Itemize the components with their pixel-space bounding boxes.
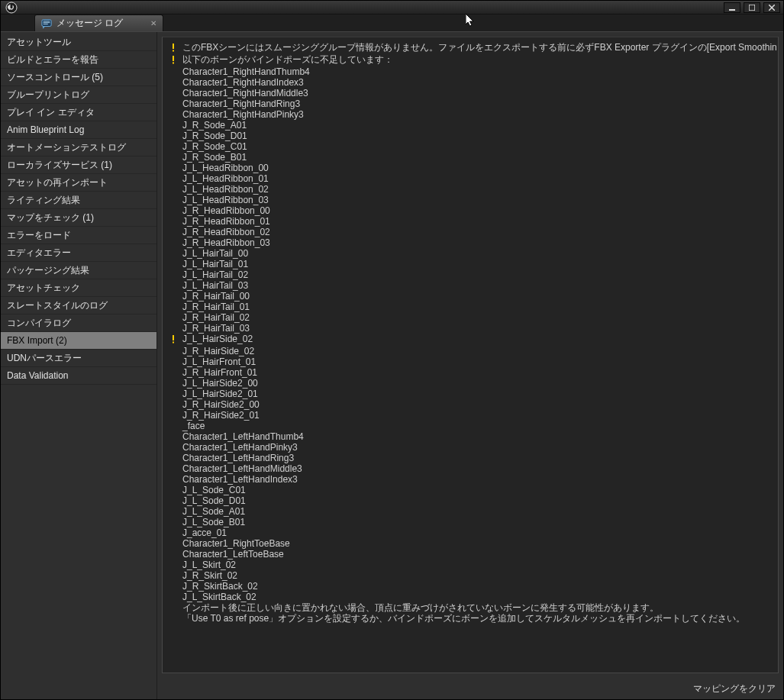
log-text: Character1_RightHandMiddle3 [182,88,308,98]
log-row[interactable]: J_L_Sode_C01 [169,485,776,495]
log-row[interactable]: J_L_HairTail_02 [169,269,776,280]
log-row[interactable]: このFBXシーンにはスムージンググループ情報がありません。ファイルをエクスポート… [169,42,776,54]
sidebar-item[interactable]: ローカライズサービス (1) [1,156,156,174]
sidebar-item[interactable]: ブループリントログ [1,86,156,104]
sidebar-item[interactable]: マップをチェック (1) [1,209,156,227]
log-row[interactable]: J_R_HairSide_02 [169,346,776,356]
sidebar-item[interactable]: スレートスタイルのログ [1,297,156,315]
log-text: 「Use T0 as ref pose」オプションを設定するか、バインドポーズに… [182,613,745,624]
log-row[interactable]: Character1_LeftHandThumb4 [169,431,776,442]
log-row[interactable]: J_L_HairTail_00 [169,248,776,259]
sidebar-item[interactable]: アセットツール [1,34,156,51]
log-row[interactable]: J_L_Sode_A01 [169,506,776,517]
log-row[interactable]: J_L_Skirt_02 [169,560,776,570]
log-row[interactable]: J_L_HeadRibbon_01 [169,173,776,184]
close-button[interactable] [763,2,780,13]
log-text: J_L_SkirtBack_02 [182,592,256,602]
log-row[interactable]: J_L_HairSide2_00 [169,378,776,389]
log-row[interactable]: Character1_RightHandPinky3 [169,109,776,120]
sidebar-item[interactable]: UDNパースエラー [1,350,156,367]
maximize-button[interactable] [744,2,760,13]
sidebar-item[interactable]: エディタエラー [1,244,156,262]
log-row[interactable]: J_R_HairSide2_01 [169,410,776,421]
clear-mapping-link[interactable]: マッピングをクリア [693,682,776,695]
log-row[interactable]: J_R_HairTail_03 [169,323,776,334]
log-text: J_R_Sode_C01 [182,141,247,152]
log-row[interactable]: J_R_Sode_A01 [169,120,776,131]
log-row[interactable]: Character1_RightHandIndex3 [169,77,776,88]
log-row[interactable]: _face [169,421,776,431]
log-row[interactable]: J_R_HairFront_01 [169,367,776,378]
log-row[interactable]: インポート後に正しい向きに置かれない場合、頂点に重みづけがされていないボーンに発… [169,602,776,613]
sidebar-item-label: アセットツール [7,37,71,47]
sidebar-item[interactable]: オートメーションテストログ [1,139,156,156]
log-row[interactable]: J_L_HairTail_01 [169,259,776,269]
log-row[interactable]: J_acce_01 [169,527,776,538]
log-row[interactable]: Character1_RightToeBase [169,538,776,549]
log-row[interactable]: J_L_HairTail_03 [169,280,776,291]
log-row[interactable]: J_R_Sode_D01 [169,131,776,141]
category-sidebar[interactable]: アセットツールビルドとエラーを報告ソースコントロール (5)ブループリントログプ… [1,32,157,699]
sidebar-item[interactable]: パッケージング結果 [1,262,156,279]
log-row[interactable]: Character1_RightHandMiddle3 [169,88,776,98]
tab-close-icon[interactable]: ✕ [150,19,156,27]
warning-icon [169,55,178,64]
message-log-icon [41,18,52,29]
sidebar-item[interactable]: アセットチェック [1,279,156,297]
sidebar-item[interactable]: ビルドとエラーを報告 [1,51,156,69]
sidebar-item[interactable]: エラーをロード [1,227,156,244]
sidebar-item-label: オートメーションテストログ [7,142,126,153]
log-row[interactable]: J_R_HeadRibbon_03 [169,237,776,248]
log-row[interactable]: J_L_HeadRibbon_00 [169,163,776,173]
sidebar-item[interactable]: Anim Blueprint Log [1,121,156,139]
log-row[interactable]: Character1_LeftHandPinky3 [169,442,776,453]
svg-rect-1 [729,9,735,11]
log-text: J_L_HairSide_02 [182,334,253,344]
minimize-button[interactable] [724,2,740,13]
log-row[interactable]: 以下のボーンがバインドポーズに不足しています： [169,54,776,66]
log-row[interactable]: Character1_LeftToeBase [169,549,776,560]
log-row[interactable]: J_R_HairTail_02 [169,312,776,323]
log-row[interactable]: J_R_HeadRibbon_01 [169,216,776,227]
sidebar-item[interactable]: ソースコントロール (5) [1,69,156,86]
log-row[interactable]: J_R_Sode_B01 [169,152,776,163]
ue-logo-icon [5,2,18,14]
log-text: J_L_HairFront_01 [182,356,256,367]
log-row[interactable]: J_R_SkirtBack_02 [169,581,776,592]
log-text: J_L_HairTail_03 [182,280,248,291]
log-text: J_L_HairSide2_01 [182,389,258,399]
log-row[interactable]: J_L_HairSide_02 [169,334,776,346]
log-row[interactable]: Character1_LeftHandRing3 [169,453,776,463]
log-row[interactable]: J_R_HairTail_00 [169,291,776,302]
log-row[interactable]: J_R_Skirt_02 [169,570,776,581]
log-scroll[interactable]: このFBXシーンにはスムージンググループ情報がありません。ファイルをエクスポート… [164,39,776,671]
log-row[interactable]: J_L_HeadRibbon_03 [169,195,776,205]
log-text: J_R_HairTail_00 [182,291,250,302]
log-row[interactable]: J_R_HeadRibbon_02 [169,227,776,237]
sidebar-item[interactable]: プレイ イン エディタ [1,104,156,121]
log-text: J_R_SkirtBack_02 [182,581,258,592]
log-row[interactable]: Character1_LeftHandMiddle3 [169,463,776,474]
log-row[interactable]: J_L_Sode_B01 [169,517,776,527]
log-row[interactable]: Character1_LeftHandIndex3 [169,474,776,485]
log-row[interactable]: J_R_HeadRibbon_00 [169,205,776,216]
log-row[interactable]: J_R_HairSide2_00 [169,399,776,410]
sidebar-item[interactable]: アセットの再インポート [1,174,156,192]
log-row[interactable]: J_L_Sode_D01 [169,495,776,506]
log-row[interactable]: J_L_HairSide2_01 [169,389,776,399]
log-row[interactable]: J_R_HairTail_01 [169,302,776,312]
sidebar-item[interactable]: コンパイラログ [1,315,156,332]
sidebar-item[interactable]: FBX Import (2) [1,332,156,350]
log-row[interactable]: J_L_HairFront_01 [169,356,776,367]
sidebar-item[interactable]: ライティング結果 [1,192,156,209]
log-text: J_R_HeadRibbon_00 [182,205,270,216]
log-row[interactable]: Character1_RightHandThumb4 [169,66,776,77]
tab-message-log[interactable]: メッセージ ログ ✕ [34,15,163,31]
log-row[interactable]: J_R_Sode_C01 [169,141,776,152]
log-row[interactable]: Character1_RightHandRing3 [169,98,776,109]
sidebar-item[interactable]: Data Validation [1,367,156,385]
log-row[interactable]: J_L_HeadRibbon_02 [169,184,776,195]
svg-point-0 [6,2,17,13]
log-row[interactable]: 「Use T0 as ref pose」オプションを設定するか、バインドポーズに… [169,613,776,624]
log-row[interactable]: J_L_SkirtBack_02 [169,592,776,602]
